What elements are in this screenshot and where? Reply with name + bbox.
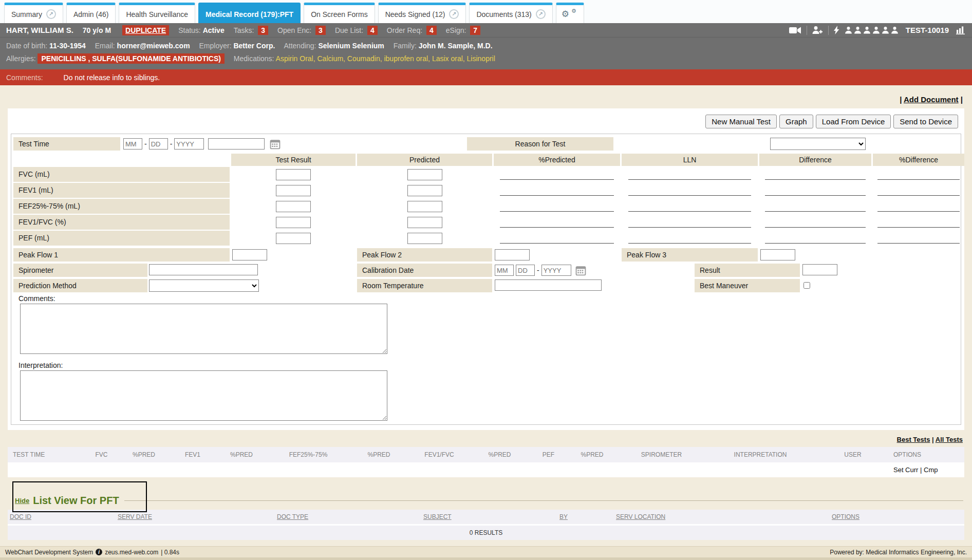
fev1-predicted-input[interactable] [407,185,442,196]
tab-label: Medical Record (179):PFT [205,10,293,18]
allergies-badge[interactable]: PENICILLINS , SULFA(SULFONAMIDE ANTIBIOT… [38,53,224,64]
medication-link[interactable]: Aspirin Oral [276,54,317,63]
bar-chart-icon[interactable] [956,26,966,34]
all-tests-link[interactable]: All Tests [936,436,963,443]
test-time-clock-input[interactable] [208,138,265,150]
order-req-count-badge[interactable]: 4 [426,26,437,35]
cmp-link[interactable]: Cmp [924,466,938,474]
col-by[interactable]: BY [557,510,614,524]
graph-button[interactable]: Graph [779,115,813,128]
user-icon[interactable] [854,26,862,34]
best-maneuver-checkbox[interactable] [803,282,810,289]
pft-form: Test Time - - Reason for Test Test Resul… [11,134,961,425]
video-camera-icon[interactable] [789,26,801,34]
fvc-predicted-input[interactable] [407,169,442,180]
tab-needs-signed[interactable]: Needs Signed (12) ↗ [378,3,466,23]
tab-medical-record[interactable]: Medical Record (179):PFT [198,3,301,23]
tab-summary[interactable]: Summary ↗ [4,3,63,23]
tab-settings[interactable]: ⚙⚙ [556,3,584,23]
user-icon[interactable] [882,26,889,34]
tab-admin[interactable]: Admin (46) [66,3,116,23]
fef-predicted-input[interactable] [407,201,442,212]
spirometer-input[interactable] [149,264,258,275]
peak-flow-2-input[interactable] [495,249,530,260]
popout-icon[interactable]: ↗ [449,9,459,19]
fev1fvc-predicted-cell [357,215,492,230]
result-input[interactable] [802,264,837,275]
medication-link[interactable]: Lisinopril [467,54,495,63]
fvc-test-result-cell [231,167,356,182]
tab-on-screen-forms[interactable]: On Screen Forms [304,3,375,23]
user-icon[interactable] [845,26,852,34]
interpretation-textarea[interactable] [20,370,387,421]
col-fvc: FVC [85,447,118,462]
calibration-month-input[interactable] [495,265,514,276]
peak-flow-3-input[interactable] [760,249,795,260]
medication-link[interactable]: Coumadin [347,54,384,63]
set-curr-link[interactable]: Set Curr [893,466,918,474]
fvc-test-result-input[interactable] [276,169,311,180]
form-comments-textarea[interactable] [20,304,387,354]
user-icon[interactable] [872,26,880,34]
duplicate-badge[interactable]: DUPLICATE [122,25,169,35]
test-time-month-input[interactable] [123,138,142,150]
calibration-year-input[interactable] [541,265,571,276]
user-icon[interactable] [863,26,871,34]
due-list-count-badge[interactable]: 4 [367,26,378,35]
col-doc-options[interactable]: OPTIONS [830,510,964,524]
load-from-device-button[interactable]: Load From Device [816,115,891,128]
test-time-day-input[interactable] [149,138,168,150]
col-fef: FEF25%-75% [267,447,349,462]
medication-link[interactable]: ibuprofen oral [384,54,432,63]
fev1fvc-test-result-input[interactable] [276,217,311,228]
info-icon[interactable]: i [96,549,102,555]
email-value[interactable]: horner@mieweb.com [117,42,190,50]
date-separator: - [537,266,539,274]
send-to-device-button[interactable]: Send to Device [893,115,958,128]
pef-test-result-input[interactable] [276,233,311,244]
best-tests-link[interactable]: Best Tests [897,436,930,443]
order-req-counter: Order Req: 4 [387,26,437,34]
peak-flow-1-input[interactable] [232,249,267,260]
col-subject[interactable]: SUBJECT [421,510,557,524]
medication-link[interactable]: Calcium [317,54,347,63]
esign-count-badge[interactable]: 7 [470,26,480,35]
test-time-year-input[interactable] [174,138,204,150]
popout-icon[interactable]: ↗ [536,9,546,19]
row-label-pef: PEF (mL) [13,231,230,246]
col-doc-id[interactable]: DOC ID [8,510,116,524]
tasks-count-badge[interactable]: 3 [258,26,268,35]
calibration-day-input[interactable] [516,265,535,276]
demographics-row-1: Date of birth: 11-30-1954 Email: horner@… [6,40,966,52]
fef-test-result-input[interactable] [276,201,311,212]
open-enc-count-badge[interactable]: 3 [315,26,326,35]
room-temperature-input[interactable] [495,279,602,291]
new-manual-test-button[interactable]: New Manual Test [705,115,777,128]
reason-for-test-select[interactable] [770,138,866,150]
fev1fvc-predicted-input[interactable] [407,217,442,228]
prediction-method-select[interactable] [149,279,259,292]
fef-pct-predicted-cell [494,199,620,214]
col-serv-date[interactable]: SERV DATE [116,510,275,524]
calendar-icon[interactable] [270,139,281,150]
add-user-icon[interactable] [812,26,823,34]
col-doc-type[interactable]: DOC TYPE [275,510,421,524]
col-serv-location[interactable]: SERV LOCATION [614,510,830,524]
hide-link[interactable]: Hide [15,497,29,505]
col-pred-1: %PRED [118,447,170,462]
column-header: %Difference [873,154,964,166]
calendar-icon[interactable] [575,265,586,276]
fev1-test-result-input[interactable] [276,185,311,196]
add-document-link[interactable]: Add Document [904,95,959,104]
user-icon[interactable] [891,26,899,34]
fev1-predicted-cell [357,183,492,198]
tab-documents[interactable]: Documents (313) ↗ [469,3,552,23]
allergies-label: Allergies: [6,54,36,63]
pef-predicted-input[interactable] [407,233,442,244]
tab-health-surveillance[interactable]: Health Surveillance [119,3,195,23]
due-list-label: Due List: [335,26,363,34]
footer-host-link[interactable]: zeus.med-web.com [105,549,158,556]
popout-icon[interactable]: ↗ [46,9,56,19]
lightning-icon[interactable] [834,26,839,34]
medication-link[interactable]: Lasix oral [432,54,467,63]
